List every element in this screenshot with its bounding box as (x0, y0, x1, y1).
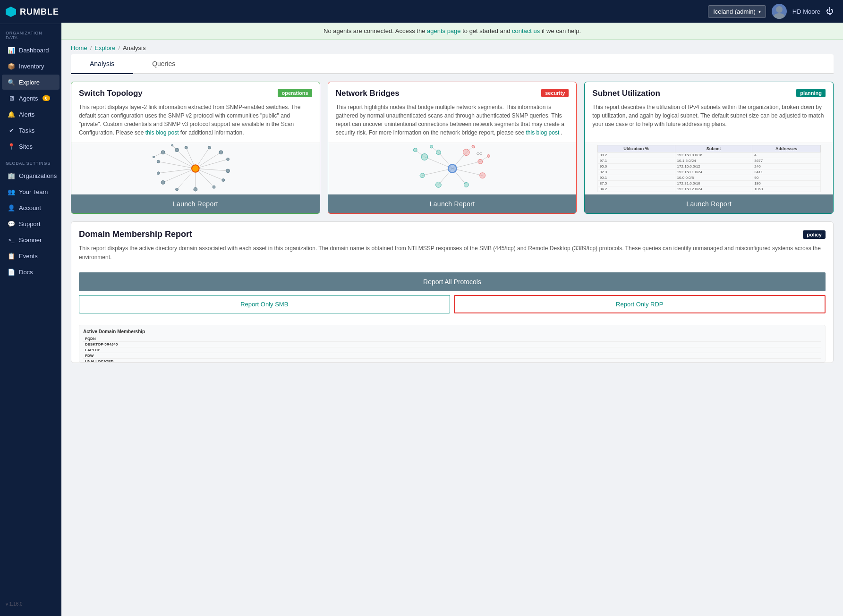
domain-buttons: Report All Protocols Report Only SMB Rep… (71, 269, 833, 321)
card-header-subnet: Subnet Utilization planning (585, 82, 833, 103)
contact-link[interactable]: contact us (512, 27, 540, 34)
col-subnet: Subnet (675, 145, 752, 152)
main-area: Iceland (admin) ▾ HD Moore ⏻ No agents a… (61, 0, 843, 616)
svg-point-54 (420, 173, 425, 178)
breadcrumb-explore[interactable]: Explore (94, 44, 115, 51)
svg-point-51 (479, 173, 485, 178)
card-switch-topology: Switch Topology operations This report d… (71, 82, 320, 214)
svg-line-42 (422, 169, 452, 176)
topbar: Iceland (admin) ▾ HD Moore ⏻ (61, 0, 843, 23)
inventory-icon: 📦 (8, 62, 15, 70)
report-all-button[interactable]: Report All Protocols (79, 272, 826, 291)
table-row: 3411 (752, 169, 820, 175)
card-body-bridges: This report highlights nodes that bridge… (328, 103, 577, 143)
tab-queries[interactable]: Queries (133, 54, 194, 74)
logout-icon[interactable]: ⏻ (826, 7, 834, 16)
sidebar-item-label: Inventory (19, 63, 44, 70)
domain-preview-title: Active Domain Membership (83, 329, 821, 334)
sidebar-item-organizations[interactable]: 🏢 Organizations (2, 168, 60, 183)
svg-point-26 (213, 186, 215, 188)
notice-end-text: if we can help. (542, 27, 581, 34)
svg-point-50 (478, 159, 483, 164)
breadcrumb-home[interactable]: Home (71, 44, 87, 51)
table-row: 240 (752, 164, 820, 169)
scanner-icon: >_ (8, 236, 15, 244)
sidebar-item-events[interactable]: 📋 Events (2, 248, 60, 263)
sidebar-item-docs[interactable]: 📄 Docs (2, 264, 60, 279)
domain-report-title: Domain Membership Report (79, 229, 192, 239)
tag-security: security (541, 89, 569, 97)
launch-subnet-button[interactable]: Launch Report (585, 194, 833, 213)
sidebar-item-tasks[interactable]: ✔ Tasks (2, 123, 60, 138)
sidebar-item-scanner[interactable]: >_ Scanner (2, 232, 60, 247)
card-link-switch[interactable]: this blog post (145, 129, 179, 136)
svg-point-55 (413, 148, 417, 152)
tag-policy: policy (803, 230, 826, 239)
launch-switch-button[interactable]: Launch Report (71, 194, 320, 213)
sidebar-item-your-team[interactable]: 👥 Your Team (2, 184, 60, 199)
svg-point-57 (472, 145, 475, 148)
sidebar-section-org: Organization Data (0, 24, 61, 42)
table-row: 10.1.5.0/24 (675, 158, 752, 164)
report-rdp-button[interactable]: Report Only RDP (454, 295, 826, 313)
svg-point-19 (175, 148, 179, 152)
sidebar-item-dashboard[interactable]: 📊 Dashboard (2, 42, 60, 58)
card-body-subnet: This report describes the utilization of… (585, 103, 833, 143)
svg-point-28 (176, 188, 179, 191)
org-selector[interactable]: Iceland (admin) ▾ (708, 5, 766, 18)
logo[interactable]: RUMBLE (0, 0, 61, 24)
svg-point-30 (157, 172, 160, 175)
sidebar-item-account[interactable]: 👤 Account (2, 200, 60, 215)
agents-page-link[interactable]: agents page (427, 27, 461, 34)
sidebar-item-label: Agents (19, 95, 38, 102)
svg-point-29 (161, 181, 165, 185)
col-addresses: Addresses (752, 145, 820, 152)
sidebar-item-support[interactable]: 💬 Support (2, 216, 60, 231)
sidebar-item-label: Support (19, 220, 41, 228)
bridges-graph: OC (328, 143, 577, 194)
sites-icon: 📍 (8, 143, 15, 150)
table-row: 172.31.0.0/16 (675, 181, 752, 186)
sidebar-item-explore[interactable]: 🔍 Explore (2, 75, 60, 90)
card-network-bridges: Network Bridges security This report hig… (328, 82, 577, 214)
app-version: v 1.16.0 (0, 597, 61, 611)
events-icon: 📋 (8, 252, 15, 260)
breadcrumb-current: Analysis (123, 44, 145, 51)
card-preview-switch (71, 143, 320, 194)
sidebar-item-label: Tasks (19, 127, 34, 134)
sidebar-item-agents[interactable]: 🖥 Agents 0 (2, 91, 60, 106)
list-item: UNALLOCATED (83, 359, 821, 363)
card-header-switch: Switch Topology operations (71, 82, 320, 103)
svg-line-2 (163, 152, 196, 169)
sidebar-item-alerts[interactable]: 🔔 Alerts (2, 107, 60, 122)
launch-bridges-button[interactable]: Launch Report (328, 194, 577, 213)
table-row: 98.2 (597, 152, 675, 158)
user-name: HD Moore (792, 8, 820, 15)
domain-preview-table: FQDNDESKTOP-5R4J45LAPTOPFDWUNALLOCATED (83, 336, 821, 363)
content-area: No agents are connected. Access the agen… (61, 23, 843, 616)
svg-point-22 (219, 151, 223, 154)
svg-point-33 (171, 144, 173, 146)
agents-icon: 🖥 (8, 94, 15, 102)
tabs-bar: Analysis Queries (71, 54, 834, 74)
svg-point-47 (421, 154, 428, 160)
svg-line-39 (452, 169, 483, 176)
card-header-bridges: Network Bridges security (328, 82, 577, 103)
account-icon: 👤 (8, 204, 15, 211)
svg-point-48 (436, 150, 441, 155)
report-smb-button[interactable]: Report Only SMB (79, 295, 450, 313)
table-row: 10.0.0.0/8 (675, 175, 752, 181)
sidebar-item-sites[interactable]: 📍 Sites (2, 139, 60, 154)
svg-point-31 (157, 160, 160, 163)
card-link-bridges[interactable]: this blog post (526, 129, 560, 136)
table-row: 97.1 (597, 158, 675, 164)
breadcrumb-sep2: / (118, 44, 120, 51)
cards-row: Switch Topology operations This report d… (61, 74, 843, 221)
sidebar-item-label: Sites (19, 143, 33, 150)
sidebar-item-inventory[interactable]: 📦 Inventory (2, 59, 60, 74)
tab-analysis[interactable]: Analysis (71, 54, 133, 74)
col-utilization: Utilization % (597, 145, 675, 152)
svg-point-56 (430, 145, 433, 148)
svg-line-12 (177, 169, 196, 189)
card-preview-subnet: Utilization % Subnet Addresses 98.2192.1… (585, 143, 833, 194)
